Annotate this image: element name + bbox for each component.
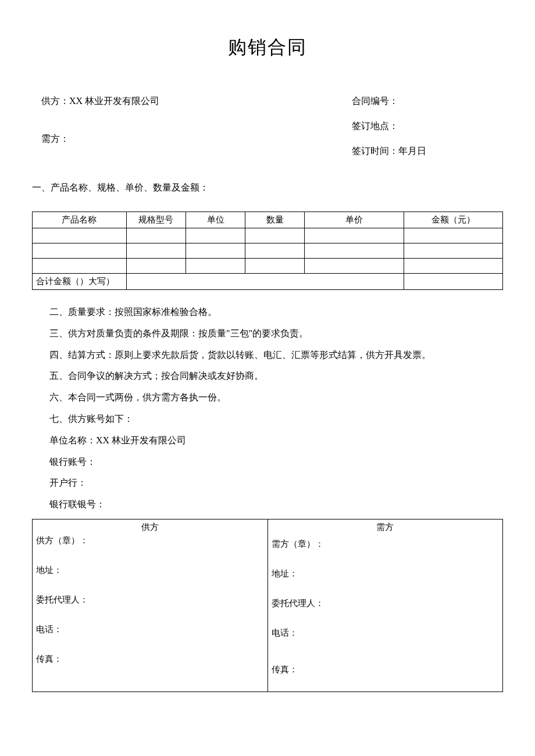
cell: [305, 228, 404, 243]
cell: [126, 259, 186, 274]
cell: [305, 243, 404, 259]
cell: [245, 228, 305, 243]
buyer-label: 需方：: [32, 133, 352, 145]
supplier-header: 供方: [33, 519, 268, 535]
document-title: 购销合同: [32, 35, 503, 60]
table-row: [33, 259, 503, 274]
buyer-seal: 需方（章）：: [272, 539, 500, 550]
buyer-signature-cell: 需方（章）： 地址： 委托代理人： 电话： 传真：: [268, 535, 503, 692]
supplier-signature-cell: 供方（章）： 地址： 委托代理人： 电话： 传真：: [33, 535, 268, 692]
col-spec: 规格型号: [126, 212, 186, 228]
header-block: 供方：XX 林业开发有限公司 需方： 合同编号： 签订地点： 签订时间：年月日: [32, 95, 503, 170]
col-unit: 单位: [186, 212, 245, 228]
buyer-header: 需方: [268, 519, 503, 535]
buyer-fax: 传真：: [272, 664, 500, 675]
total-label: 合计金额（）大写）: [33, 274, 127, 290]
col-product-name: 产品名称: [33, 212, 127, 228]
cell: [186, 243, 245, 259]
bank-account: 银行账号：: [49, 452, 503, 473]
buyer-address: 地址：: [272, 568, 500, 579]
total-amount: [404, 274, 502, 290]
bank-name: 开户行：: [49, 472, 503, 494]
total-empty: [126, 274, 404, 290]
section-1-intro: 一、产品名称、规格、单价、数量及金额：: [32, 182, 503, 194]
contract-no-label: 合同编号：: [352, 95, 503, 108]
sign-place-label: 签订地点：: [352, 120, 503, 132]
sign-time-label: 签订时间：年月日: [352, 145, 503, 157]
table-footer-row: 合计金额（）大写）: [33, 274, 503, 290]
supplier-fax: 传真：: [36, 654, 264, 665]
clause-5: 五、合同争议的解决方式；按合同解决或友好协商。: [49, 366, 503, 387]
table-row: [33, 243, 503, 259]
supplier-agent: 委托代理人：: [36, 594, 264, 605]
cell: [404, 259, 502, 274]
cell: [126, 243, 186, 259]
cell: [305, 259, 404, 274]
supplier-phone: 电话：: [36, 624, 264, 635]
clause-6: 六、本合同一式两份，供方需方各执一份。: [49, 387, 503, 409]
cell: [33, 259, 127, 274]
bank-union-no: 银行联银号：: [49, 494, 503, 515]
cell: [404, 228, 502, 243]
cell: [33, 243, 127, 259]
col-amount: 金额（元）: [404, 212, 502, 228]
buyer-agent: 委托代理人：: [272, 598, 500, 609]
cell: [186, 228, 245, 243]
clauses-block: 二、质量要求：按照国家标准检验合格。 三、供方对质量负责的条件及期限：按质量"三…: [32, 302, 503, 515]
clause-3: 三、供方对质量负责的条件及期限：按质量"三包"的要求负责。: [49, 323, 503, 345]
clause-7: 七、供方账号如下：: [49, 409, 503, 430]
table-row: [33, 228, 503, 243]
clause-4: 四、结算方式：原则上要求先款后货，货款以转账、电汇、汇票等形式结算，供方开具发票…: [49, 345, 503, 366]
col-qty: 数量: [245, 212, 305, 228]
supplier-label: 供方：XX 林业开发有限公司: [32, 95, 352, 108]
cell: [33, 228, 127, 243]
col-price: 单价: [305, 212, 404, 228]
company-name: 单位名称：XX 林业开发有限公司: [49, 430, 503, 452]
cell: [186, 259, 245, 274]
cell: [126, 228, 186, 243]
products-table: 产品名称 规格型号 单位 数量 单价 金额（元）: [32, 212, 503, 290]
cell: [245, 259, 305, 274]
supplier-seal: 供方（章）：: [36, 535, 264, 546]
supplier-address: 地址：: [36, 565, 264, 576]
clause-2: 二、质量要求：按照国家标准检验合格。: [49, 302, 503, 323]
signature-table: 供方 需方 供方（章）： 地址： 委托代理人： 电话： 传真： 需方（章）： 地…: [32, 519, 503, 692]
buyer-phone: 电话：: [272, 628, 500, 639]
cell: [245, 243, 305, 259]
cell: [404, 243, 502, 259]
